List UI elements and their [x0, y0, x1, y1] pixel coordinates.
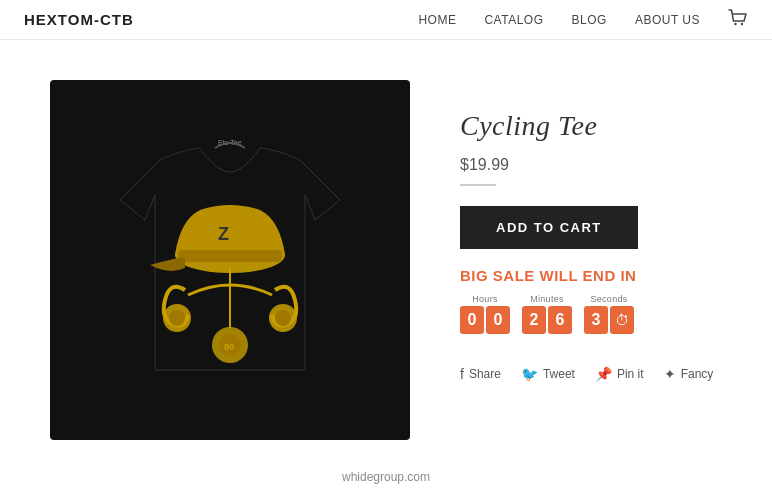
- price-divider: [460, 184, 496, 186]
- pin-icon: 📌: [595, 366, 612, 382]
- seconds-label: Seconds: [590, 294, 627, 304]
- sale-label: BIG SALE WILL END IN: [460, 267, 636, 284]
- seconds-digit-1: 3: [584, 306, 608, 334]
- fancy-button[interactable]: ✦ Fancy: [664, 366, 714, 382]
- social-share: f Share 🐦 Tweet 📌 Pin it ✦ Fancy: [460, 366, 713, 382]
- nav-catalog[interactable]: CATALOG: [484, 13, 543, 27]
- hours-label: Hours: [472, 294, 498, 304]
- tweet-label: Tweet: [543, 367, 575, 381]
- minutes-label: Minutes: [530, 294, 564, 304]
- pin-label: Pin it: [617, 367, 644, 381]
- minutes-digit-1: 2: [522, 306, 546, 334]
- minutes-digit-2: 6: [548, 306, 572, 334]
- tweet-button[interactable]: 🐦 Tweet: [521, 366, 575, 382]
- pin-button[interactable]: 📌 Pin it: [595, 366, 644, 382]
- svg-point-0: [734, 23, 736, 25]
- add-to-cart-button[interactable]: ADD TO CART: [460, 206, 638, 249]
- seconds-icon: ⏱: [610, 306, 634, 334]
- svg-text:Z: Z: [218, 224, 229, 244]
- countdown-minutes-group: Minutes 2 6: [522, 294, 572, 334]
- nav: HOME CATALOG BLOG ABOUT US: [418, 9, 748, 30]
- product-price: $19.99: [460, 156, 509, 174]
- logo: HEXTOM-CTB: [24, 11, 134, 28]
- hours-digit-2: 0: [486, 306, 510, 334]
- tweet-icon: 🐦: [521, 366, 538, 382]
- countdown-hours-group: Hours 0 0: [460, 294, 510, 334]
- svg-point-8: [275, 310, 291, 326]
- footer: whidegroup.com: [0, 460, 772, 503]
- svg-point-1: [741, 23, 743, 25]
- countdown-timer: Hours 0 0 Minutes 2 6 Seconds 3: [460, 294, 634, 334]
- main-content: Z 80 Etu Tee: [0, 40, 772, 460]
- product-image: Z 80 Etu Tee: [50, 80, 410, 440]
- product-details: Cycling Tee $19.99 ADD TO CART BIG SALE …: [460, 80, 732, 382]
- product-image-container: Z 80 Etu Tee: [40, 80, 420, 440]
- fancy-icon: ✦: [664, 366, 676, 382]
- nav-blog[interactable]: BLOG: [572, 13, 607, 27]
- share-label: Share: [469, 367, 501, 381]
- cart-icon[interactable]: [728, 9, 748, 30]
- svg-rect-3: [178, 250, 282, 262]
- svg-point-7: [169, 310, 185, 326]
- nav-home[interactable]: HOME: [418, 13, 456, 27]
- minutes-digits: 2 6: [522, 306, 572, 334]
- share-icon: f: [460, 366, 464, 382]
- countdown-seconds-group: Seconds 3 ⏱: [584, 294, 634, 334]
- seconds-digits: 3 ⏱: [584, 306, 634, 334]
- fancy-label: Fancy: [681, 367, 714, 381]
- svg-text:80: 80: [224, 342, 234, 352]
- nav-about-us[interactable]: ABOUT US: [635, 13, 700, 27]
- product-title: Cycling Tee: [460, 110, 597, 142]
- hours-digit-1: 0: [460, 306, 484, 334]
- footer-url: whidegroup.com: [342, 470, 430, 484]
- share-button[interactable]: f Share: [460, 366, 501, 382]
- header: HEXTOM-CTB HOME CATALOG BLOG ABOUT US: [0, 0, 772, 40]
- hours-digits: 0 0: [460, 306, 510, 334]
